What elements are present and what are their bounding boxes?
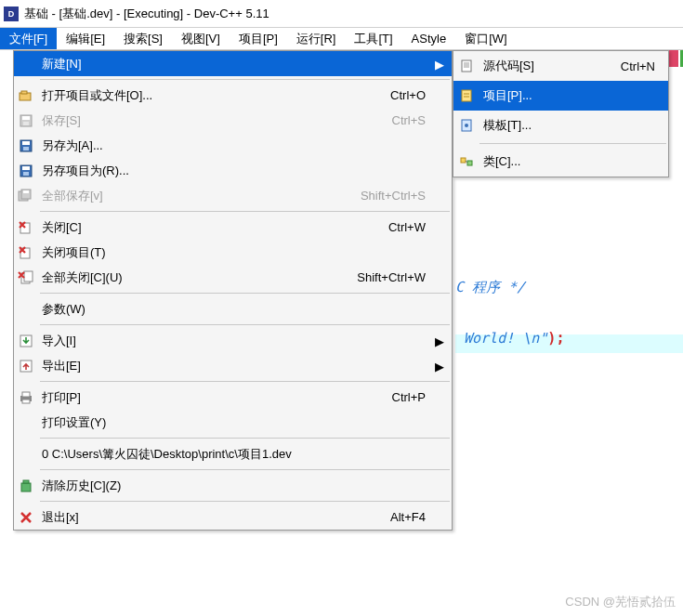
file-menu-item[interactable]: 关闭[C]Ctrl+W <box>14 215 452 240</box>
submenu-item-label: 项目[P]... <box>479 87 594 104</box>
svg-rect-10 <box>23 172 29 176</box>
menu-item-shortcut: Shift+Ctrl+W <box>340 270 452 284</box>
submenu-item-label: 模板[T]... <box>479 117 594 134</box>
save-icon <box>14 113 38 128</box>
menu-item-label: 新建[N] <box>38 56 340 72</box>
svg-rect-24 <box>23 480 29 483</box>
new-submenu-item[interactable]: 模板[T]... <box>453 111 668 140</box>
menu-edit[interactable]: 编辑[E] <box>57 28 114 49</box>
menu-separator <box>40 324 450 325</box>
new-submenu-item[interactable]: 源代码[S]Ctrl+N <box>453 51 668 81</box>
submenu-arrow-icon: ▶ <box>435 359 444 373</box>
svg-rect-6 <box>22 141 30 145</box>
menu-item-label: 打印[P] <box>38 389 340 406</box>
svg-rect-22 <box>22 400 30 403</box>
menu-item-shortcut: Ctrl+S <box>340 113 452 127</box>
menu-item-label: 另存为[A]... <box>38 138 340 154</box>
file-menu-item[interactable]: 参数(W) <box>14 296 452 321</box>
svg-rect-3 <box>22 116 30 120</box>
code-printf-line: World! \n"); <box>455 330 564 347</box>
file-menu-item[interactable]: 保存[S]Ctrl+S <box>14 108 452 133</box>
file-menu-dropdown: 新建[N]▶打开项目或文件[O]...Ctrl+O保存[S]Ctrl+S另存为[… <box>13 50 453 531</box>
file-menu-item[interactable]: 打印[P]Ctrl+P <box>14 385 452 410</box>
new-submenu-item[interactable]: 项目[P]... <box>453 81 668 111</box>
menu-item-label: 打开项目或文件[O]... <box>38 87 340 104</box>
submenu-arrow-icon: ▶ <box>435 57 444 71</box>
clear-icon <box>14 478 38 493</box>
menu-run[interactable]: 运行[R] <box>287 28 346 49</box>
menu-separator <box>40 211 450 212</box>
svg-rect-13 <box>23 190 29 193</box>
file-menu-item[interactable]: 另存为[A]... <box>14 133 452 158</box>
file-menu-item[interactable]: 导出[E]▶ <box>14 353 452 378</box>
svg-rect-1 <box>21 91 27 94</box>
watermark: CSDN @芜悟贰拾伍 <box>565 594 676 610</box>
svg-rect-23 <box>21 483 31 491</box>
new-submenu: 源代码[S]Ctrl+N项目[P]...模板[T]...类[C]... <box>453 50 669 177</box>
menu-tools[interactable]: 工具[T] <box>345 28 401 49</box>
menu-bar: 文件[F] 编辑[E] 搜索[S] 视图[V] 项目[P] 运行[R] 工具[T… <box>0 28 683 50</box>
file-menu-item[interactable]: 另存项目为(R)... <box>14 158 452 183</box>
exit-icon <box>14 510 38 525</box>
title-bar: D 基础 - [基础.dev] - [Executing] - Dev-C++ … <box>0 0 683 28</box>
import-icon <box>14 334 38 348</box>
menu-item-shortcut: Ctrl+W <box>340 220 452 234</box>
menu-separator <box>40 293 450 294</box>
submenu-item-label: 类[C]... <box>479 153 594 170</box>
menu-window[interactable]: 窗口[W] <box>455 28 517 49</box>
menu-item-label: 清除历史[C](Z) <box>38 478 340 494</box>
menu-item-label: 关闭[C] <box>38 219 340 236</box>
svg-rect-4 <box>23 122 29 125</box>
file-menu-item[interactable]: 导入[I]▶ <box>14 328 452 353</box>
menu-item-label: 导入[I] <box>38 333 340 349</box>
file-menu-item[interactable]: 新建[N]▶ <box>14 51 452 76</box>
print-icon <box>14 390 38 405</box>
window-title: 基础 - [基础.dev] - [Executing] - Dev-C++ 5.… <box>24 6 269 22</box>
file-menu-item[interactable]: 退出[x]Alt+F4 <box>14 505 452 530</box>
menu-item-shortcut: Ctrl+O <box>340 88 452 102</box>
menu-item-shortcut: Alt+F4 <box>340 510 452 524</box>
menu-search[interactable]: 搜索[S] <box>114 28 172 49</box>
code-comment: C 程序 */ <box>455 279 564 296</box>
menu-separator <box>40 381 450 382</box>
app-icon: D <box>4 7 19 21</box>
svg-rect-29 <box>462 90 471 101</box>
source-icon <box>453 59 479 73</box>
svg-rect-9 <box>22 166 30 170</box>
file-menu-item[interactable]: 打印设置(Y) <box>14 410 452 435</box>
menu-file[interactable]: 文件[F] <box>0 28 57 49</box>
menu-item-label: 保存[S] <box>38 112 340 129</box>
open-icon <box>14 88 38 103</box>
project-icon <box>453 88 479 103</box>
menu-item-label: 导出[E] <box>38 358 340 374</box>
file-menu-item[interactable]: 0 C:\Users\篝火囚徒\Desktop\print\c\项目1.dev <box>14 441 452 466</box>
class-icon <box>453 154 479 169</box>
svg-rect-25 <box>462 60 471 72</box>
save-icon <box>14 164 38 178</box>
saveall-icon <box>14 189 38 203</box>
closered-icon <box>14 245 38 260</box>
menu-item-label: 关闭项目(T) <box>38 244 340 261</box>
file-menu-item[interactable]: 全部保存[v]Shift+Ctrl+S <box>14 183 452 208</box>
menu-item-label: 另存项目为(R)... <box>38 163 340 179</box>
new-submenu-item[interactable]: 类[C]... <box>453 147 668 177</box>
svg-rect-17 <box>24 271 33 282</box>
menu-astyle[interactable]: AStyle <box>402 28 456 49</box>
svg-rect-7 <box>23 147 29 151</box>
submenu-item-label: 源代码[S] <box>479 58 594 74</box>
code-editor-fragment[interactable]: C 程序 */ World! \n"); <box>455 245 564 380</box>
menu-view[interactable]: 视图[V] <box>172 28 230 49</box>
closered2-icon <box>14 270 38 285</box>
template-icon <box>453 118 479 133</box>
menu-project[interactable]: 项目[P] <box>230 28 287 49</box>
file-menu-item[interactable]: 清除历史[C](Z) <box>14 473 452 498</box>
svg-rect-21 <box>22 392 30 397</box>
file-menu-item[interactable]: 关闭项目(T) <box>14 240 452 265</box>
menu-separator <box>40 79 450 80</box>
export-icon <box>14 359 38 374</box>
file-menu-item[interactable]: 打开项目或文件[O]...Ctrl+O <box>14 83 452 108</box>
svg-point-31 <box>465 124 468 127</box>
menu-separator <box>40 501 450 502</box>
submenu-arrow-icon: ▶ <box>435 334 444 347</box>
file-menu-item[interactable]: 全部关闭[C](U)Shift+Ctrl+W <box>14 265 452 290</box>
